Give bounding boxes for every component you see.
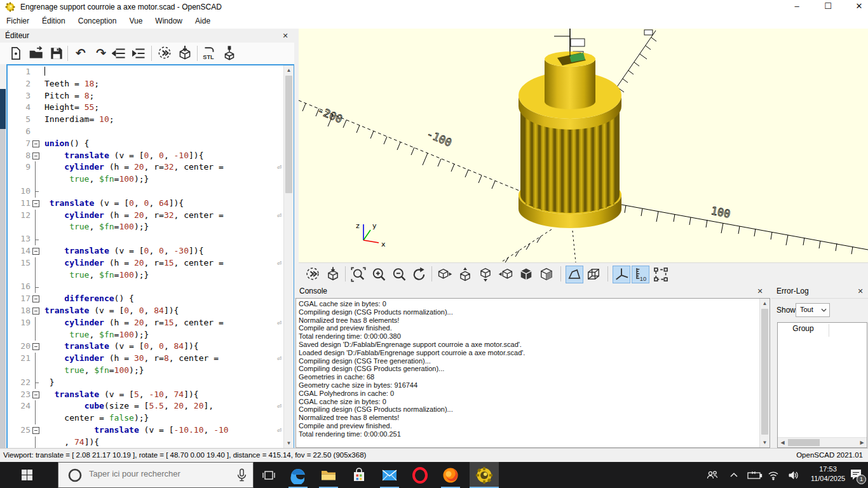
scroll-down-icon[interactable]: ▼ (284, 438, 294, 448)
console-scrollbar[interactable]: ▲ ▼ (759, 299, 770, 447)
show-filter-label: Show (776, 306, 796, 315)
view-right-icon[interactable] (436, 266, 454, 283)
show-edges-icon[interactable] (652, 266, 670, 283)
close-button[interactable]: ✕ (845, 0, 868, 14)
menu-item-3[interactable]: Vue (123, 14, 149, 29)
view-top-icon[interactable] (456, 266, 474, 283)
new-file-button[interactable] (8, 45, 24, 62)
console-output[interactable]: CGAL cache size in bytes: 0Compiling des… (295, 298, 770, 448)
render-button[interactable] (177, 45, 193, 62)
volume-icon[interactable] (788, 470, 799, 481)
battery-icon[interactable] (747, 470, 763, 481)
redo-button[interactable]: ↷ (93, 45, 109, 62)
scroll-right-icon[interactable]: ▶ (857, 438, 867, 447)
zoom-all-icon[interactable] (349, 266, 367, 283)
microphone-icon[interactable] (237, 468, 247, 482)
console-line: Geometries in cache: 68 (299, 373, 758, 381)
editor-scrollbar[interactable]: ▲ ▼ (283, 65, 294, 448)
scroll-up-icon[interactable]: ▲ (284, 65, 294, 75)
save-button[interactable] (48, 45, 65, 62)
taskbar-search[interactable] (58, 462, 254, 488)
search-input[interactable] (88, 468, 217, 479)
wifi-icon[interactable] (768, 470, 779, 481)
start-button[interactable] (0, 462, 57, 488)
taskbar-app-opera[interactable] (405, 462, 435, 488)
code-row: 2Teeth = 18; (8, 78, 283, 90)
code-row: true, $fn=100);} (8, 269, 283, 281)
preview-button[interactable] (156, 45, 173, 62)
clock-date: 11/04/2025 (808, 474, 848, 484)
menu-bar: FichierÉditionConceptionVueWindowAide (0, 14, 868, 29)
print-3d-button[interactable] (221, 45, 238, 62)
error-filter-dropdown[interactable]: Tout (796, 303, 830, 317)
indent-button[interactable] (132, 45, 149, 62)
orthogonal-icon[interactable] (585, 266, 602, 283)
error-table-scroll-thumb[interactable] (788, 439, 820, 446)
minimize-button[interactable]: – (783, 0, 811, 14)
scroll-left-icon[interactable]: ◀ (778, 438, 787, 447)
file-explorer-icon (320, 467, 337, 484)
people-icon[interactable] (707, 470, 718, 481)
taskbar-app-edge[interactable] (283, 462, 313, 488)
taskbar-app-file-explorer[interactable] (314, 462, 343, 488)
show-scale-markers-icon[interactable]: 10 (632, 266, 649, 283)
unindent-button[interactable] (112, 45, 128, 62)
editor-scroll-thumb[interactable] (285, 76, 292, 193)
menu-item-2[interactable]: Conception (72, 14, 123, 29)
editor-close-icon[interactable]: ✕ (280, 30, 290, 41)
view-bottom-icon[interactable] (477, 266, 494, 283)
reset-view-icon[interactable] (410, 266, 428, 283)
view-left-icon[interactable] (497, 266, 515, 283)
undo-button[interactable]: ↶ (72, 45, 89, 62)
menu-item-0[interactable]: Fichier (0, 14, 36, 29)
taskbar-clock[interactable]: 17:53 11/04/2025 (808, 464, 848, 486)
code-row: 13 (8, 233, 283, 245)
code-row: 12 cylinder (h = 20, r=32, center = ⏎ (8, 210, 283, 222)
menu-item-5[interactable]: Aide (189, 14, 217, 29)
notification-center-button[interactable]: 1 (849, 468, 864, 483)
3d-viewport[interactable]: -200 -100 100 (299, 29, 868, 262)
background-window-strip (0, 89, 6, 129)
scroll-up-icon[interactable]: ▲ (760, 299, 770, 308)
x-neg-100-label: -100 (424, 127, 454, 149)
tray-chevron-up-icon[interactable] (728, 470, 740, 481)
render-icon[interactable] (324, 266, 342, 283)
zoom-out-icon[interactable] (390, 266, 408, 283)
gizmo-y-label: y (372, 222, 377, 230)
error-log-table[interactable]: Group ◀ ▶ (777, 322, 867, 448)
error-log-close-icon[interactable]: ✕ (855, 286, 865, 296)
windows-logo-icon (22, 470, 32, 480)
console-line: Compile and preview finished. (299, 422, 758, 430)
perspective-icon[interactable] (566, 266, 583, 283)
console-scroll-thumb[interactable] (761, 309, 768, 435)
task-view-button[interactable] (254, 462, 283, 488)
menu-item-1[interactable]: Édition (36, 14, 72, 29)
taskbar-app-mail[interactable] (375, 462, 404, 488)
viewport-toolbar: 10 (299, 262, 868, 285)
view-front-icon[interactable] (517, 266, 535, 283)
maximize-button[interactable]: ☐ (814, 0, 842, 14)
menu-item-4[interactable]: Window (149, 14, 189, 29)
error-table-hscrollbar[interactable]: ◀ ▶ (778, 437, 867, 447)
open-file-button[interactable] (28, 45, 44, 62)
view-back-icon[interactable] (538, 266, 555, 283)
taskbar-app-firefox[interactable] (436, 462, 465, 488)
preview-icon[interactable] (304, 266, 322, 283)
code-row: 23 translate (v = [5, -10, 74]){ (8, 389, 283, 401)
error-table-group-header[interactable]: Group (778, 324, 829, 337)
version-text: OpenSCAD 2021.01 (796, 451, 863, 459)
console-line: Total rendering time: 0:00:00.251 (299, 430, 758, 438)
code-editor[interactable]: 12Teeth = 18;3Pitch = 8;4Height= 55;5Inn… (6, 64, 295, 449)
console-close-icon[interactable]: ✕ (755, 286, 765, 296)
error-log-panel: Error-Log ✕ Show Tout Group ◀ ▶ (771, 284, 868, 448)
export-stl-button[interactable]: STL (201, 45, 217, 62)
gizmo-z-label: z (356, 222, 360, 230)
zoom-in-icon[interactable] (370, 266, 388, 283)
status-bar: Viewport: translate = [ 2.08 21.17 10.19… (0, 448, 868, 463)
taskbar-app-openscad[interactable] (470, 462, 499, 488)
scroll-down-icon[interactable]: ▼ (760, 438, 770, 447)
code-row: 14 translate (v = [0, 0, -30]){ (8, 245, 283, 257)
taskbar-app-store[interactable] (344, 462, 374, 488)
code-row: true, $fn=100);} (8, 329, 283, 341)
show-axes-icon[interactable] (613, 266, 630, 283)
